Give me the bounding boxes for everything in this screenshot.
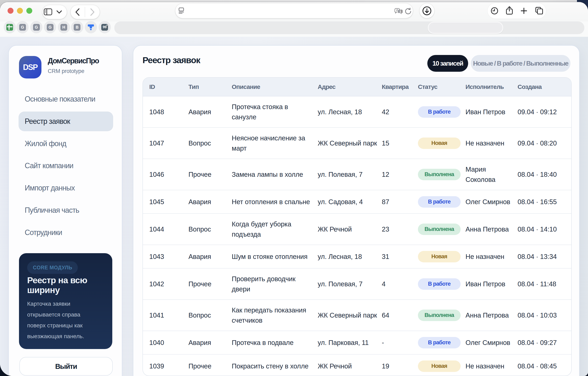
svg-text:文: 文	[399, 10, 402, 13]
svg-text:A: A	[396, 8, 398, 12]
